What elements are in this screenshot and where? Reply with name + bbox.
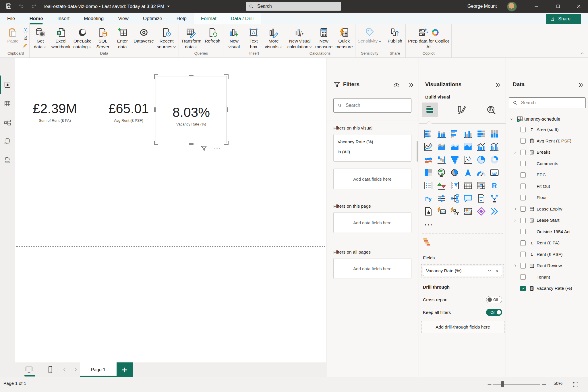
selection-handle[interactable] — [154, 74, 158, 79]
selection-handle[interactable] — [154, 141, 158, 145]
visual-type-decomposition-tree[interactable] — [448, 192, 461, 205]
section-more-options-icon[interactable]: ··· — [405, 202, 411, 208]
menu-tab-insert[interactable]: Insert — [50, 13, 77, 24]
visual-type-hundred-stacked-area-chart[interactable] — [461, 140, 475, 153]
field-row[interactable]: Floor — [506, 192, 588, 203]
visual-type-hundred-stacked-column-chart[interactable] — [488, 127, 501, 140]
field-checkbox[interactable] — [520, 161, 526, 166]
prep-copilot-button[interactable]: Prep data for CopilotAI — [407, 27, 450, 50]
visual-type-map[interactable] — [435, 166, 448, 179]
dataverse-button[interactable]: Dataverse — [132, 27, 155, 44]
mobile-layout-icon[interactable] — [46, 365, 55, 374]
visual-type-r-script-visual[interactable]: R — [488, 179, 501, 192]
transform-data-button[interactable]: Transformdata — [180, 27, 203, 50]
visual-type-stacked-bar-chart[interactable] — [422, 127, 435, 140]
chevron-down-icon[interactable] — [509, 117, 514, 121]
visual-filter-icon[interactable] — [200, 145, 208, 152]
add-data-fields-box[interactable]: Add data fields here — [333, 258, 411, 279]
field-checkbox[interactable] — [520, 172, 526, 178]
data-search-input[interactable] — [521, 100, 576, 106]
visual-type-button-slicer[interactable] — [435, 192, 448, 205]
field-checkbox[interactable] — [520, 150, 526, 155]
tab-build-visual[interactable] — [422, 103, 438, 117]
field-row[interactable]: Vacancy Rate (%) — [506, 283, 588, 293]
visual-type-card[interactable]: 123 — [488, 166, 501, 179]
refresh-button[interactable]: Refresh — [203, 27, 222, 44]
new-page-button[interactable] — [117, 362, 133, 377]
sql-server-button[interactable]: SQLServer — [93, 27, 113, 50]
table-row[interactable]: tenancy-schedule — [506, 114, 588, 124]
visual-type-waterfall-chart[interactable] — [435, 153, 448, 166]
page-tab[interactable]: Page 1 — [80, 362, 117, 377]
menu-tab-view[interactable]: View — [111, 13, 136, 24]
visual-type-clustered-column-chart[interactable] — [461, 127, 475, 140]
field-checkbox[interactable] — [520, 195, 526, 200]
visual-type-pie-chart[interactable] — [475, 153, 488, 166]
redo-icon[interactable] — [30, 3, 38, 10]
new-visual-button[interactable]: Newvisual — [224, 27, 244, 50]
sensitivity-button[interactable]: Sensitivity — [356, 27, 383, 44]
get-data-button[interactable]: Getdata — [30, 27, 50, 50]
data-search-box[interactable] — [509, 97, 586, 108]
expand-chevron-icon[interactable] — [513, 218, 517, 223]
filters-scrollbar[interactable] — [417, 141, 418, 162]
visual-type-matrix[interactable] — [475, 179, 488, 192]
field-row[interactable]: Breaks — [506, 147, 588, 157]
visual-type-multi-row-card[interactable] — [422, 179, 435, 192]
selection-handle[interactable] — [227, 107, 228, 112]
field-row[interactable]: Outside 1954 Act — [506, 227, 588, 237]
visual-type-scatter-chart[interactable] — [461, 153, 475, 166]
menu-tab-format[interactable]: Format — [194, 13, 224, 24]
visual-type-kpi[interactable] — [435, 179, 448, 192]
zoom-slider-thumb[interactable] — [501, 381, 504, 387]
visual-type-slicer-new[interactable] — [448, 205, 461, 218]
field-row[interactable]: Tenant — [506, 272, 588, 282]
field-checkbox[interactable] — [520, 274, 526, 280]
field-checkbox[interactable] — [520, 240, 526, 246]
visual-type-funnel-chart[interactable] — [448, 153, 461, 166]
visual-type-metrics[interactable] — [488, 192, 501, 205]
recent-sources-button[interactable]: Recentsources — [155, 27, 178, 50]
field-row[interactable]: Comments — [506, 159, 588, 169]
ribbon-collapse-icon[interactable] — [580, 51, 585, 56]
selection-handle[interactable] — [189, 143, 194, 145]
section-more-options-icon[interactable]: ··· — [405, 124, 411, 130]
eye-icon[interactable] — [393, 82, 400, 89]
onelake-catalog-button[interactable]: OneLakecatalog — [72, 27, 93, 50]
visual-type-line-chart[interactable] — [422, 140, 435, 153]
visual-type-gauge[interactable] — [475, 166, 488, 179]
paste-button[interactable]: Paste — [3, 27, 23, 44]
user-name[interactable]: George Mount — [467, 0, 497, 13]
visual-type-power-apps[interactable] — [488, 205, 501, 218]
selection-handle[interactable] — [189, 75, 194, 76]
menu-tab-home[interactable]: Home — [22, 13, 50, 24]
field-checkbox[interactable] — [520, 206, 526, 212]
avatar[interactable] — [507, 2, 517, 11]
field-row[interactable]: ΣRent (£ PSF) — [506, 249, 588, 260]
next-page-icon[interactable] — [72, 366, 79, 373]
visual-type-donut-chart[interactable] — [488, 153, 501, 166]
field-well-item[interactable]: Vacancy Rate (%) — [423, 266, 502, 276]
visual-type-python-visual[interactable]: Py — [422, 192, 435, 205]
card-visual[interactable]: £2.39MSum of Rent (£ PA) — [20, 101, 89, 123]
collapse-pane-icon[interactable] — [495, 82, 501, 88]
publish-button[interactable]: Publish — [385, 27, 405, 44]
expand-chevron-icon[interactable] — [513, 150, 517, 155]
visual-type-clustered-bar-chart[interactable] — [448, 127, 461, 140]
tab-analytics[interactable] — [486, 104, 497, 116]
field-row[interactable]: ΣArea (sq ft) — [506, 124, 588, 135]
field-checkbox[interactable] — [520, 184, 526, 189]
remove-field-icon[interactable] — [495, 269, 499, 273]
selection-handle[interactable] — [154, 107, 156, 112]
minimize-button[interactable] — [528, 0, 544, 13]
sidebar-item-model-view[interactable] — [0, 117, 15, 128]
filters-search-box[interactable] — [333, 98, 411, 113]
report-canvas[interactable]: £2.39MSum of Rent (£ PA)£65.01Avg Rent (… — [15, 58, 326, 362]
maximize-button[interactable] — [550, 0, 566, 13]
keep-filters-toggle[interactable]: On — [486, 309, 502, 316]
undo-icon[interactable] — [18, 3, 25, 10]
visual-type-area-chart[interactable] — [435, 140, 448, 153]
more-visual-options-icon[interactable] — [423, 220, 433, 230]
quick-measure-button[interactable]: Quickmeasure — [334, 27, 354, 50]
field-checkbox[interactable] — [520, 229, 526, 234]
